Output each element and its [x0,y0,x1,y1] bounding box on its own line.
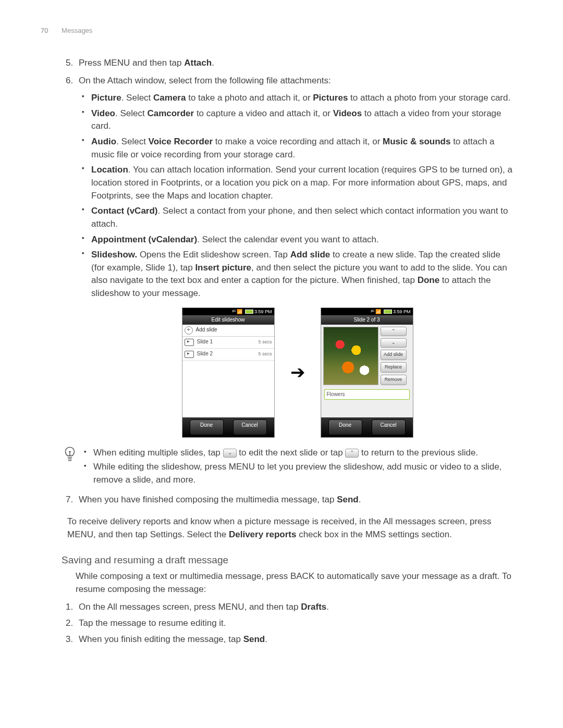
draft-paragraph: While composing a text or multimedia mes… [76,570,516,596]
slide-icon [185,339,194,346]
arrow-right-icon: ➔ [290,360,305,385]
add-slide-button[interactable]: +Add slide [182,325,274,337]
page-header: 70 Messages [41,26,516,36]
figure-row: 3:59 PM Edit slideshow +Add slide Slide … [79,307,516,438]
screen-title: Slide 2 of 3 [321,315,413,325]
cancel-button[interactable]: Cancel [372,419,406,435]
screen-body: +Add slide Slide 15 secs Slide 25 secs [182,325,274,417]
slide-image [323,327,378,385]
lightbulb-icon [63,445,77,488]
done-button[interactable]: Done [328,419,362,435]
screen-body: ⌃ ⌄ Add slide Replace Remove Flowers [321,325,413,417]
step-5: Press MENU and then tap Attach. [76,57,516,70]
page-number: 70 [41,27,48,34]
plus-icon: + [185,326,193,335]
screenshot-edit-slideshow: 3:59 PM Edit slideshow +Add slide Slide … [182,307,275,438]
status-bar: 3:59 PM [182,308,274,315]
slide-row-1[interactable]: Slide 15 secs [182,337,274,349]
tips-list: When editing multiple slides, tap ⌄ to e… [84,445,516,488]
prev-slide-button[interactable]: ⌃ [381,327,407,336]
attach-slideshow: Slideshow. Opens the Edit slideshow scre… [91,249,516,300]
attachment-list: Picture. Select Camera to take a photo a… [82,92,516,300]
page: 70 Messages Press MENU and then tap Atta… [0,0,563,680]
steps-list: Press MENU and then tap Attach. On the A… [76,57,516,506]
done-button[interactable]: Done [190,419,224,435]
tip-2: While editing the slideshow, press MENU … [84,461,516,486]
chevron-down-icon: ⌄ [223,449,237,458]
draft-step-1: On the All messages screen, press MENU, … [76,601,516,614]
attach-appointment: Appointment (vCalendar). Select the cale… [91,233,516,246]
attach-video: Video. Select Camcorder to capture a vid… [91,107,516,133]
section-title: Messages [62,27,92,34]
note-text: To receive delivery reports and know whe… [67,515,516,541]
draft-step-2: Tap the message to resume editing it. [76,617,516,630]
step-7: When you have finished composing the mul… [76,493,516,507]
button-bar: Done Cancel [182,417,274,437]
screenshot-slide-editor: 3:59 PM Slide 2 of 3 ⌃ ⌄ Add slide Repla… [321,307,413,438]
screen-title: Edit slideshow [182,315,274,325]
draft-heading: Saving and resuming a draft message [62,553,516,567]
note-block: To receive delivery reports and know whe… [60,515,516,541]
chevron-up-icon: ⌃ [345,449,359,458]
cancel-button[interactable]: Cancel [233,419,267,435]
attach-picture: Picture. Select Camera to take a photo a… [91,92,516,105]
attach-contact: Contact (vCard). Select a contact from y… [91,205,516,230]
next-slide-button[interactable]: ⌄ [381,338,407,348]
draft-steps: On the All messages screen, press MENU, … [76,601,516,646]
replace-button[interactable]: Replace [381,362,407,373]
status-bar: 3:59 PM [321,308,413,315]
caption-input[interactable]: Flowers [324,389,410,400]
tip-1: When editing multiple slides, tap ⌄ to e… [84,447,516,460]
slide-icon [185,351,194,358]
tip-block: When editing multiple slides, tap ⌄ to e… [63,445,516,488]
add-slide-button[interactable]: Add slide [381,350,407,360]
slide-row-2[interactable]: Slide 25 secs [182,349,274,361]
button-bar: Done Cancel [321,417,413,437]
step-6: On the Attach window, select from the fo… [76,75,516,488]
attach-audio: Audio. Select Voice Recorder to make a v… [91,135,516,161]
draft-step-3: When you finish editing the message, tap… [76,633,516,646]
side-buttons: ⌃ ⌄ Add slide Replace Remove [381,327,407,385]
attach-location: Location. You can attach location inform… [91,164,516,202]
remove-button[interactable]: Remove [381,375,407,385]
